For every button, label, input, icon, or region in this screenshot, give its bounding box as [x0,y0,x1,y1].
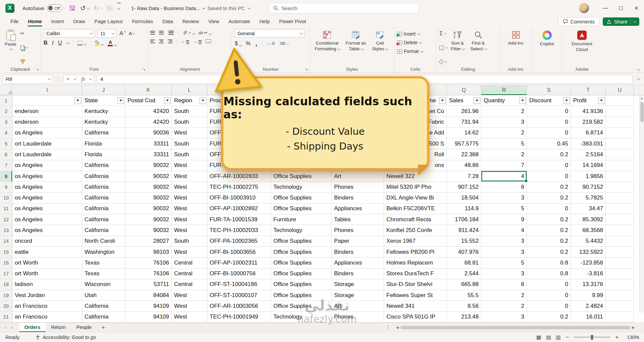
cell-S7[interactable]: 0 [527,160,571,171]
cell-U4[interactable] [606,128,634,138]
filter-button-T[interactable] [598,97,605,104]
scroll-up-icon[interactable]: ▲ [639,95,644,101]
cell-U11[interactable] [606,204,634,214]
horizontal-scrollbar[interactable]: ◀ ▶ [396,326,635,330]
cell-I9[interactable]: os Angeles [12,182,82,192]
cell-N17[interactable]: Office Supplies [271,269,332,279]
underline-chevron-icon[interactable] [66,41,69,44]
filter-button-L[interactable] [200,97,206,104]
cell-L14[interactable]: South [172,236,207,247]
delete-cells-button[interactable]: Delete [397,39,434,47]
share-button[interactable]: Share [603,17,639,26]
cell-M20[interactable]: OFF-AR-10003056 [207,301,271,311]
format-cells-button[interactable]: Format [397,47,434,55]
cell-O10[interactable]: Binders [332,193,384,204]
cell-Q7[interactable]: 48.86 [447,160,481,171]
ribbon-tab-file[interactable]: File [6,17,23,26]
cell-U16[interactable] [606,258,634,268]
cell-T11[interactable]: 34.47 [571,204,606,214]
sheet-tab-orders[interactable]: Orders [19,323,46,332]
paste-values-icon[interactable]: fx [107,6,112,11]
cell-L21[interactable]: West [172,312,207,323]
cell-P18[interactable]: Stur-D-Stor Shelvi [384,279,447,290]
cell-S9[interactable]: 0.2 [527,182,571,192]
expand-formula-bar-icon[interactable] [637,77,640,80]
font-name-select[interactable]: Calibri [44,29,95,38]
cell-K6[interactable]: 33311 [125,149,172,160]
cell-T8[interactable]: 1.9656 [571,171,606,182]
page-break-view-icon[interactable]: ▥ [556,334,561,340]
autosum-button[interactable]: Σ [439,30,447,37]
cell-J14[interactable]: North Caroli [82,236,125,247]
cell-R17[interactable]: 3 [481,269,527,279]
cell-O20[interactable]: Art [332,301,384,311]
cell-I4[interactable]: os Angeles [12,128,82,138]
row-header-9[interactable]: 9 [0,182,12,192]
format-painter-button[interactable] [20,58,27,65]
cell-M12[interactable]: FUR-TA-10001539 [207,214,271,225]
cell-S20[interactable]: 0 [527,301,571,311]
document-cloud-button[interactable]: DocumentCloud [570,29,594,66]
cell-U9[interactable] [606,182,634,192]
cell-O15[interactable]: Binders [332,247,384,258]
cell-K4[interactable]: 90036 [125,128,172,138]
column-header-Q[interactable]: Q [447,85,481,95]
cell-O12[interactable]: Tables [332,214,384,225]
filter-button-Q[interactable] [474,97,480,104]
cell-S11[interactable]: 0 [527,204,571,214]
cell-T12[interactable]: 85.3092 [571,214,606,225]
cell-Q8[interactable]: 7.28 [447,171,481,182]
cell-K11[interactable]: 90032 [125,204,172,214]
cell-styles-button[interactable]: CellStyles [370,29,390,66]
name-box[interactable]: R8 [3,75,53,83]
cell-N21[interactable]: Technology [271,312,332,323]
search-input[interactable]: Search [269,3,419,13]
cell-O21[interactable]: Phones [332,312,384,323]
select-all-corner[interactable] [0,85,12,95]
filter-button-K[interactable] [164,97,171,104]
cell-U21[interactable] [606,312,634,323]
column-header-R[interactable]: R [481,85,527,95]
cell-R14[interactable]: 3 [481,236,527,247]
cell-T9[interactable]: 90.7152 [571,182,606,192]
header-cell-S[interactable]: Discount [527,95,571,106]
cell-L10[interactable]: West [172,193,207,204]
font-size-select[interactable]: 11 [98,29,116,38]
ribbon-tab-power-pivot[interactable]: Power Pivot [275,17,310,26]
cell-O17[interactable]: Binders [332,269,384,279]
confirm-entry-icon[interactable]: ✓ [73,76,78,82]
vertical-scrollbar[interactable]: ▲ [639,95,644,312]
cell-L5[interactable]: South [172,138,207,149]
clear-button[interactable] [439,58,447,65]
cell-K8[interactable]: 90032 [125,171,172,182]
cell-L20[interactable]: West [172,301,207,311]
header-cell-R[interactable]: Quantity [481,95,527,106]
cell-K21[interactable]: 94109 [125,312,172,323]
cell-S21[interactable]: 0.2 [527,312,571,323]
grow-font-button[interactable]: A^ [119,30,126,37]
row-header-7[interactable]: 7 [0,160,12,171]
cell-I8[interactable]: os Angeles [12,171,82,182]
cell-J6[interactable]: Florida [82,149,125,160]
shrink-font-button[interactable]: A^ [129,31,135,36]
cell-R5[interactable]: 5 [481,138,527,149]
filter-button-S[interactable] [563,97,570,104]
filter-button-I[interactable] [74,97,81,104]
cell-L19[interactable]: West [172,290,207,301]
row-header-8[interactable]: 8 [0,171,12,182]
cell-Q16[interactable]: 68.81 [447,258,481,268]
cell-R2[interactable]: 2 [481,106,527,117]
maximize-button[interactable] [613,0,629,16]
cell-U6[interactable] [606,149,634,160]
row-header-17[interactable]: 17 [0,269,12,279]
cell-K17[interactable]: 76106 [125,269,172,279]
cell-M15[interactable]: OFF-BI-10003656 [207,247,271,258]
cell-S5[interactable]: 0.45 [527,138,571,149]
cell-K14[interactable]: 28027 [125,236,172,247]
align-middle-button[interactable] [159,31,164,35]
cell-U3[interactable] [606,117,634,128]
cell-T17[interactable]: -3.816 [571,269,606,279]
cell-N15[interactable]: Office Supplies [271,247,332,258]
font-color-button[interactable]: A [108,40,116,46]
ribbon-tab-review[interactable]: Review [178,17,203,26]
